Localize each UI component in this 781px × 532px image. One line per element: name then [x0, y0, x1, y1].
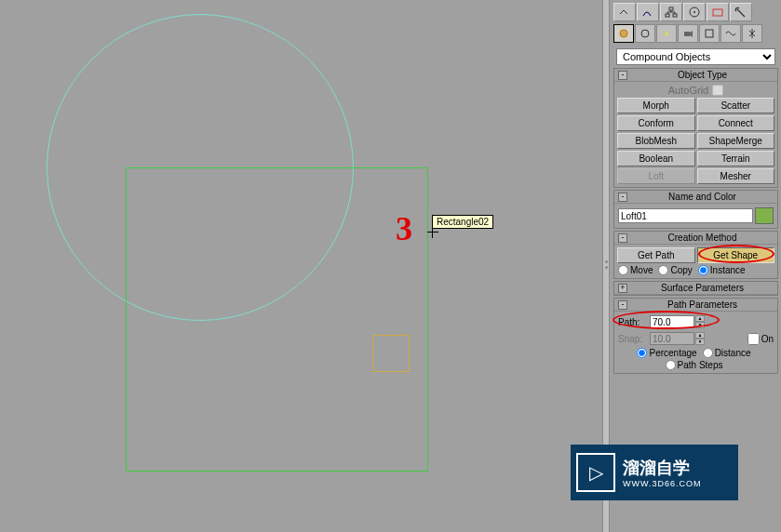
percentage-label: Percentage — [649, 348, 696, 358]
svg-rect-0 — [669, 7, 673, 10]
creation-method-rollout: - Creation Method Get Path Get Shape Mov… — [613, 231, 778, 279]
lights-tab[interactable] — [656, 24, 677, 43]
rollout-title: Creation Method — [631, 233, 774, 243]
geometry-tab[interactable] — [613, 24, 634, 43]
copy-label: Copy — [670, 265, 692, 275]
rollout-title: Path Parameters — [631, 299, 774, 310]
path-spinner-up[interactable]: ▲ — [695, 315, 705, 322]
svg-point-4 — [693, 11, 695, 13]
rollout-title: Surface Parameters — [631, 283, 774, 293]
svg-point-6 — [620, 30, 627, 37]
create-tab[interactable] — [613, 3, 636, 21]
cameras-tab[interactable] — [678, 24, 698, 43]
snap-spinner-down: ▼ — [695, 339, 705, 345]
move-label: Move — [630, 265, 653, 275]
collapse-icon: - — [618, 71, 627, 80]
distance-radio[interactable] — [703, 348, 713, 358]
blobmesh-button[interactable]: BlobMesh — [617, 133, 695, 149]
percentage-radio[interactable] — [637, 348, 647, 358]
object-color-swatch[interactable] — [755, 207, 774, 224]
terrain-button[interactable]: Terrain — [697, 151, 775, 166]
watermark: ▷ 溜溜自学 WWW.3D66.COM — [571, 445, 738, 500]
svg-rect-9 — [706, 30, 713, 37]
object-type-buttons: Morph Scatter Conform Connect BlobMesh S… — [616, 97, 775, 185]
collapse-icon: - — [618, 193, 627, 202]
sub-tab-row — [611, 24, 781, 46]
snap-input — [650, 332, 694, 345]
systems-tab[interactable] — [742, 24, 762, 43]
display-tab[interactable] — [707, 3, 729, 21]
rollout-title: Name and Color — [631, 192, 774, 202]
pathsteps-radio[interactable] — [666, 360, 676, 370]
get-path-button[interactable]: Get Path — [617, 247, 695, 263]
loft-button: Loft — [617, 168, 695, 184]
watermark-title: 溜溜自学 — [623, 457, 702, 479]
snap-spinner-up: ▲ — [695, 332, 705, 339]
spacewarps-tab[interactable] — [720, 24, 741, 43]
conform-button[interactable]: Conform — [617, 115, 695, 131]
expand-icon: + — [618, 284, 627, 293]
play-icon: ▷ — [576, 453, 615, 492]
annotation-number: 3 — [396, 209, 412, 248]
svg-point-7 — [641, 30, 649, 37]
scatter-button[interactable]: Scatter — [697, 98, 775, 113]
svg-rect-2 — [673, 14, 677, 17]
name-color-rollout: - Name and Color — [613, 190, 778, 229]
path-params-rollout: - Path Parameters Path: ▲ ▼ Snap: — [613, 298, 778, 374]
path-label: Path: — [618, 317, 648, 327]
autogrid-checkbox — [712, 85, 723, 96]
modify-tab[interactable] — [637, 3, 659, 21]
object-tooltip: Rectangle02 — [432, 215, 493, 229]
on-label: On — [761, 334, 774, 344]
svg-rect-5 — [713, 9, 722, 16]
hierarchy-tab[interactable] — [660, 3, 682, 21]
on-checkbox[interactable] — [747, 333, 760, 345]
autogrid-row: AutoGrid — [616, 84, 775, 97]
rectangle-shape[interactable] — [126, 167, 428, 472]
surface-params-header[interactable]: + Surface Parameters — [614, 282, 777, 295]
pathsteps-label: Path Steps — [678, 360, 723, 370]
boolean-button[interactable]: Boolean — [617, 151, 695, 166]
move-radio[interactable] — [618, 265, 628, 275]
instance-label: Instance — [710, 265, 746, 275]
object-type-rollout: - Object Type AutoGrid Morph Scatter Con… — [613, 68, 778, 188]
object-type-header[interactable]: - Object Type — [614, 69, 777, 82]
snap-label: Snap: — [618, 334, 648, 344]
autogrid-label: AutoGrid — [668, 85, 708, 96]
utilities-tab[interactable] — [730, 3, 752, 21]
get-shape-button[interactable]: Get Shape — [697, 247, 775, 263]
creation-method-header[interactable]: - Creation Method — [614, 232, 777, 245]
copy-radio[interactable] — [658, 265, 668, 275]
svg-rect-1 — [666, 14, 669, 17]
surface-params-rollout: + Surface Parameters — [613, 281, 778, 296]
distance-label: Distance — [715, 348, 751, 358]
category-dropdown[interactable]: Compound Objects — [616, 48, 775, 65]
path-input[interactable] — [650, 315, 694, 328]
main-tab-row — [611, 0, 781, 24]
viewport[interactable]: 3 Rectangle02 — [0, 0, 600, 532]
shapes-tab[interactable] — [635, 24, 655, 43]
object-name-input[interactable] — [618, 208, 753, 223]
watermark-url: WWW.3D66.COM — [623, 479, 702, 488]
instance-radio[interactable] — [698, 265, 708, 275]
collapse-icon: - — [618, 233, 627, 243]
motion-tab[interactable] — [683, 3, 706, 21]
morph-button[interactable]: Morph — [617, 98, 695, 113]
path-spinner-down[interactable]: ▼ — [695, 322, 705, 328]
mesher-button[interactable]: Mesher — [697, 168, 775, 184]
shapemerge-button[interactable]: ShapeMerge — [697, 133, 775, 149]
name-color-header[interactable]: - Name and Color — [614, 191, 777, 204]
loft-section[interactable] — [372, 335, 410, 372]
collapse-icon: - — [618, 300, 627, 310]
svg-rect-8 — [684, 32, 690, 36]
connect-button[interactable]: Connect — [697, 115, 775, 131]
rollout-title: Object Type — [631, 70, 774, 80]
helpers-tab[interactable] — [699, 24, 720, 43]
path-params-header[interactable]: - Path Parameters — [614, 299, 777, 312]
